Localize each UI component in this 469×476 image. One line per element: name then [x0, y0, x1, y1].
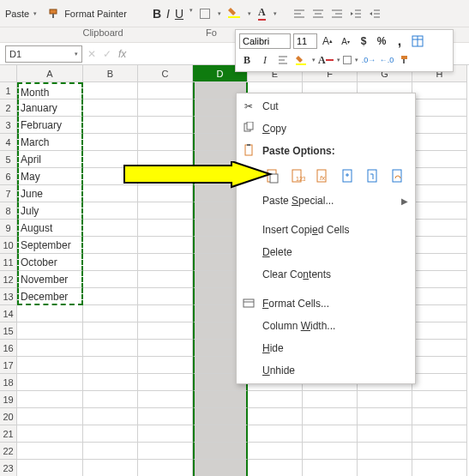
- menu-copy[interactable]: Copy: [237, 117, 415, 140]
- row-header-13[interactable]: 13: [0, 288, 17, 305]
- align-left-icon[interactable]: [292, 7, 306, 21]
- row-header-16[interactable]: 16: [0, 340, 17, 357]
- cell-G20[interactable]: [358, 408, 412, 425]
- mini-fill-color-icon[interactable]: [293, 52, 309, 68]
- col-header-A[interactable]: A: [17, 65, 83, 82]
- cell-B18[interactable]: [83, 374, 138, 391]
- cell-B16[interactable]: [83, 340, 138, 357]
- italic-button[interactable]: I: [166, 7, 170, 21]
- cell-B11[interactable]: [83, 254, 138, 271]
- cell-C2[interactable]: [138, 99, 193, 117]
- cell-B17[interactable]: [83, 357, 138, 374]
- cell-G21[interactable]: [358, 425, 412, 443]
- cell-H2[interactable]: [412, 99, 467, 117]
- menu-unhide[interactable]: Unhide: [237, 359, 415, 382]
- cell-A1[interactable]: Month: [17, 82, 83, 99]
- cell-A13[interactable]: December: [17, 288, 83, 305]
- cell-C20[interactable]: [138, 408, 193, 425]
- paste-formulas-icon[interactable]: fx: [313, 166, 333, 186]
- menu-clear-contents[interactable]: Clear Contents: [237, 263, 415, 286]
- row-header-9[interactable]: 9: [0, 220, 17, 237]
- cell-C14[interactable]: [138, 305, 193, 322]
- cell-H10[interactable]: [412, 237, 467, 254]
- cell-C5[interactable]: [138, 151, 193, 168]
- format-painter-label[interactable]: Format Painter: [64, 9, 127, 19]
- row-header-21[interactable]: 21: [0, 425, 17, 443]
- fx-icon[interactable]: fx: [118, 48, 126, 60]
- cell-H12[interactable]: [412, 271, 467, 288]
- cell-A6[interactable]: May: [17, 168, 83, 185]
- cell-A7[interactable]: June: [17, 185, 83, 202]
- row-header-8[interactable]: 8: [0, 202, 17, 220]
- font-color-button[interactable]: A: [258, 6, 266, 21]
- row-header-2[interactable]: 2: [0, 99, 17, 117]
- menu-insert-copied-cells[interactable]: Insert Copied Cells: [237, 219, 415, 241]
- paste-all-icon[interactable]: [262, 166, 282, 186]
- cell-D21[interactable]: [193, 425, 248, 443]
- increase-decimal-icon[interactable]: .0→: [361, 52, 376, 68]
- decrease-font-icon[interactable]: A▾: [338, 33, 353, 49]
- cell-H13[interactable]: [412, 288, 467, 305]
- cancel-formula-icon[interactable]: ✕: [87, 48, 96, 60]
- cell-H7[interactable]: [412, 185, 467, 202]
- cell-C11[interactable]: [138, 254, 193, 271]
- cell-B7[interactable]: [83, 185, 138, 202]
- underline-button[interactable]: U: [175, 7, 183, 21]
- border-button[interactable]: [200, 9, 210, 19]
- align-right-icon[interactable]: [330, 7, 344, 21]
- cell-B21[interactable]: [83, 425, 138, 443]
- cell-D23[interactable]: [193, 460, 248, 476]
- mini-align-icon[interactable]: [275, 52, 291, 68]
- cell-F22[interactable]: [303, 443, 358, 460]
- cell-F23[interactable]: [303, 460, 358, 476]
- cell-A12[interactable]: November: [17, 271, 83, 288]
- cell-C9[interactable]: [138, 220, 193, 237]
- cell-H23[interactable]: [412, 460, 467, 476]
- cell-B10[interactable]: [83, 237, 138, 254]
- paste-dropdown-icon[interactable]: ▾: [33, 10, 37, 17]
- name-box-dropdown-icon[interactable]: ▾: [75, 51, 78, 57]
- cell-A4[interactable]: March: [17, 134, 83, 151]
- mini-format-painter-icon[interactable]: [397, 52, 412, 68]
- cell-A16[interactable]: [17, 340, 83, 357]
- cell-A9[interactable]: August: [17, 220, 83, 237]
- cell-B20[interactable]: [83, 408, 138, 425]
- decrease-decimal-icon[interactable]: ←.0: [379, 52, 394, 68]
- fill-color-button[interactable]: [228, 6, 240, 21]
- cell-F19[interactable]: [303, 391, 358, 408]
- row-header-3[interactable]: 3: [0, 117, 17, 134]
- cell-H5[interactable]: [412, 151, 467, 168]
- row-header-14[interactable]: 14: [0, 305, 17, 322]
- cell-C6[interactable]: [138, 168, 193, 185]
- cell-H1[interactable]: [412, 82, 467, 99]
- align-center-icon[interactable]: [311, 7, 325, 21]
- row-header-19[interactable]: 19: [0, 391, 17, 408]
- mini-size-select[interactable]: [293, 33, 317, 49]
- cell-H11[interactable]: [412, 254, 467, 271]
- menu-delete[interactable]: Delete: [237, 241, 415, 263]
- cell-B1[interactable]: [83, 82, 138, 99]
- cell-C16[interactable]: [138, 340, 193, 357]
- cell-A23[interactable]: [17, 460, 83, 476]
- cell-A8[interactable]: July: [17, 202, 83, 220]
- row-header-11[interactable]: 11: [0, 254, 17, 271]
- mini-italic-button[interactable]: I: [257, 52, 273, 68]
- bold-button[interactable]: B: [153, 7, 161, 21]
- cell-F21[interactable]: [303, 425, 358, 443]
- row-header-18[interactable]: 18: [0, 374, 17, 391]
- row-header-7[interactable]: 7: [0, 185, 17, 202]
- row-header-17[interactable]: 17: [0, 357, 17, 374]
- cell-A15[interactable]: [17, 322, 83, 340]
- cell-C19[interactable]: [138, 391, 193, 408]
- menu-hide[interactable]: Hide: [237, 337, 415, 359]
- cell-B3[interactable]: [83, 117, 138, 134]
- cell-B22[interactable]: [83, 443, 138, 460]
- accounting-format-icon[interactable]: $: [356, 33, 371, 49]
- mini-font-select[interactable]: [239, 33, 291, 49]
- col-header-C[interactable]: C: [138, 65, 193, 82]
- menu-paste-special[interactable]: Paste Special... ▶: [237, 190, 415, 212]
- comma-format-icon[interactable]: ,: [392, 33, 407, 49]
- cell-C13[interactable]: [138, 288, 193, 305]
- cell-H21[interactable]: [412, 425, 467, 443]
- cell-G22[interactable]: [358, 443, 412, 460]
